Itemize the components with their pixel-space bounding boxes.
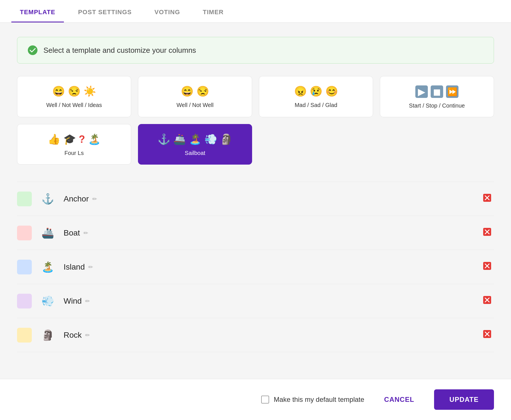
edit-icon-anchor[interactable]: ✏ [92,196,97,202]
color-swatch-anchor [17,192,32,206]
column-name-island: Island ✏ [64,262,472,272]
tab-template[interactable]: TEMPLATE [11,3,64,22]
template-emojis: 👍 🎓 ? 🏝️ [48,133,101,145]
svg-point-0 [28,45,37,55]
template-emojis: 😄 😒 ☀️ [52,85,96,97]
delete-button-boat[interactable] [480,225,494,241]
update-button[interactable]: UPDATE [434,389,494,410]
column-row-rock: 🗿 Rock ✏ [17,318,494,352]
tab-post-settings[interactable]: POST SETTINGS [70,3,140,22]
cancel-button[interactable]: CANCEL [376,391,423,408]
columns-list: ⚓ Anchor ✏ 🚢 Boat ✏ [17,182,494,352]
column-emoji-boat: 🚢 [40,227,55,239]
edit-icon-wind[interactable]: ✏ [85,298,90,304]
template-start-stop-continue[interactable]: ▶ ◼ ⏩ Start / Stop / Continue [380,76,494,117]
check-icon [28,45,38,55]
template-four-ls[interactable]: 👍 🎓 ? 🏝️ Four Ls [17,124,131,165]
default-template-checkbox[interactable] [261,396,269,404]
template-emojis: ⚓ 🚢 🏝️ 💨 🗿 [158,133,233,145]
template-emojis: ▶ ◼ ⏩ [415,85,458,98]
edit-icon-rock[interactable]: ✏ [85,332,90,339]
color-swatch-boat [17,226,32,240]
template-label: Well / Not Well [177,102,213,108]
template-grid-row1: 😄 😒 ☀️ Well / Not Well / Ideas 😄 😒 Well … [17,76,494,117]
delete-button-wind[interactable] [480,293,494,309]
main-content: Select a template and customize your col… [0,23,511,379]
template-label: Sailboat [185,150,205,156]
template-well-not-well-ideas[interactable]: 😄 😒 ☀️ Well / Not Well / Ideas [17,76,131,117]
column-name-boat: Boat ✏ [64,228,472,238]
template-well-not-well[interactable]: 😄 😒 Well / Not Well [138,76,252,117]
info-banner: Select a template and customize your col… [17,37,494,64]
column-emoji-island: 🏝️ [40,261,55,273]
column-row-anchor: ⚓ Anchor ✏ [17,182,494,216]
column-name-wind: Wind ✏ [64,297,472,306]
template-mad-sad-glad[interactable]: 😠 😢 😊 Mad / Sad / Glad [259,76,373,117]
template-emojis: 😠 😢 😊 [294,85,338,97]
tab-voting[interactable]: VOTING [146,3,189,22]
column-row-boat: 🚢 Boat ✏ [17,216,494,250]
default-label: Make this my default template [274,396,364,404]
color-swatch-wind [17,294,32,308]
template-grid-row2: 👍 🎓 ? 🏝️ Four Ls ⚓ 🚢 🏝️ 💨 🗿 Sailboat [17,124,494,165]
column-emoji-anchor: ⚓ [40,193,55,205]
column-name-anchor: Anchor ✏ [64,194,472,203]
template-label: Well / Not Well / Ideas [46,102,102,108]
color-swatch-rock [17,328,32,343]
delete-button-rock[interactable] [480,327,494,343]
delete-button-anchor[interactable] [480,191,494,207]
column-row-island: 🏝️ Island ✏ [17,250,494,284]
template-label: Mad / Sad / Glad [295,102,337,108]
edit-icon-boat[interactable]: ✏ [83,230,88,236]
template-emojis: 😄 😒 [181,85,209,97]
tab-timer[interactable]: TIMER [194,3,232,22]
column-emoji-rock: 🗿 [40,329,55,341]
column-row-wind: 💨 Wind ✏ [17,284,494,318]
template-sailboat[interactable]: ⚓ 🚢 🏝️ 💨 🗿 Sailboat [138,124,252,165]
color-swatch-island [17,260,32,274]
tabs-bar: TEMPLATE POST SETTINGS VOTING TIMER [0,0,511,23]
template-label: Four Ls [64,150,84,156]
template-label: Start / Stop / Continue [409,102,465,109]
footer: Make this my default template CANCEL UPD… [0,379,511,420]
edit-icon-island[interactable]: ✏ [88,264,93,270]
column-emoji-wind: 💨 [40,295,55,307]
default-checkbox-area: Make this my default template [261,396,364,404]
column-name-rock: Rock ✏ [64,331,472,340]
delete-button-island[interactable] [480,259,494,275]
banner-text: Select a template and customize your col… [43,46,196,55]
